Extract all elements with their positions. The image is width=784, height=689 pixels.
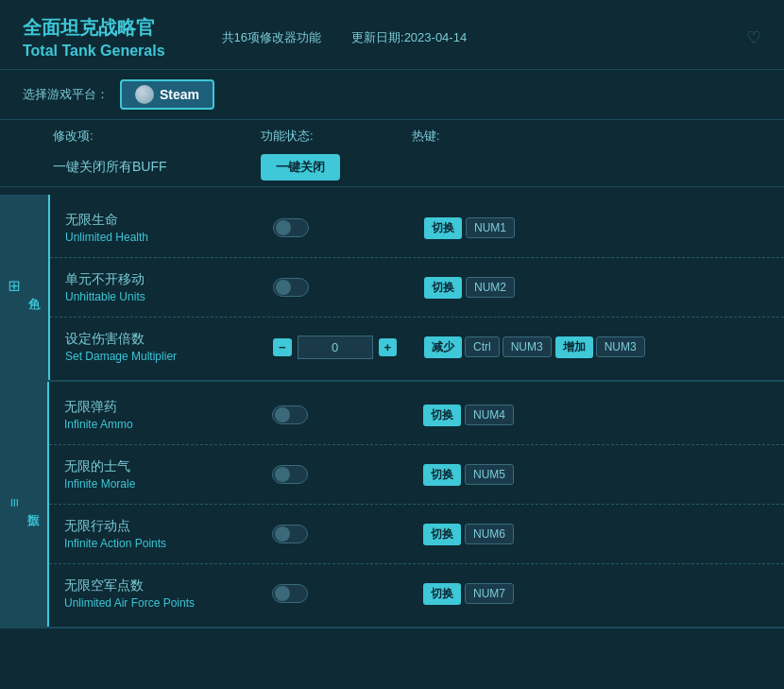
mod-name-set-damage-multiplier: 设定伤害倍数Set Damage Multiplier — [65, 331, 273, 363]
mod-toggle-area-unlimited-health — [273, 218, 424, 237]
mod-hotkey-area-infinite-ammo: 切换NUM4 — [423, 405, 761, 426]
mod-name-en-unhittable-units: Unhittable Units — [65, 290, 273, 303]
hotkey-switch-infinite-ammo[interactable]: 切换 — [423, 405, 461, 426]
toggle-infinite-morale[interactable] — [272, 465, 308, 484]
mod-row-set-damage-multiplier: 设定伤害倍数Set Damage Multiplier−+减少CtrlNUM3增… — [50, 321, 784, 372]
mod-name-cn-unhittable-units: 单元不开移动 — [65, 271, 273, 288]
hotkey-key-num4-infinite-ammo[interactable]: NUM4 — [465, 405, 514, 425]
damage-input-set-damage-multiplier[interactable] — [298, 336, 373, 359]
mod-row-unhittable-units: 单元不开移动Unhittable Units切换NUM2 — [50, 262, 784, 313]
hotkey-key-num6-infinite-action-points[interactable]: NUM6 — [465, 524, 514, 544]
mod-name-infinite-ammo: 无限弹药Infinite Ammo — [64, 399, 272, 431]
mod-toggle-area-infinite-action-points — [272, 525, 423, 543]
mod-name-cn-set-damage-multiplier: 设定伤害倍数 — [65, 331, 273, 348]
hotkey-dec-group-set-damage-multiplier: 减少CtrlNUM3 — [424, 336, 552, 358]
hotkey-switch-unlimited-health[interactable]: 切换 — [424, 217, 462, 239]
mod-toggle-area-infinite-ammo — [272, 405, 423, 424]
hotkey-switch-unlimited-air-force-points[interactable]: 切换 — [423, 583, 461, 605]
one-click-label: 一键关闭所有BUFF — [53, 159, 261, 176]
app-header: 全面坦克战略官 Total Tank Generals 共16项修改器功能 更新… — [0, 0, 784, 70]
header-meta: 共16项修改器功能 更新日期:2023-04-14 — [222, 29, 468, 46]
hotkey-key-num3-inc-set-damage-multiplier[interactable]: NUM3 — [596, 336, 645, 357]
toggle-knob-infinite-action-points — [275, 526, 290, 542]
mod-toggle-area-unhittable-units — [273, 278, 424, 297]
hotkey-inc-label-set-damage-multiplier[interactable]: 增加 — [555, 336, 593, 358]
mod-name-en-infinite-action-points: Infinite Action Points — [64, 537, 272, 550]
hotkey-key-num2-unhittable-units[interactable]: NUM2 — [466, 277, 515, 298]
hotkey-switch-unhittable-units[interactable]: 切换 — [424, 277, 462, 299]
mod-name-infinite-morale: 无限的士气Infinite Morale — [64, 458, 272, 491]
mod-name-cn-unlimited-air-force-points: 无限空军点数 — [64, 577, 272, 594]
toggle-knob-infinite-ammo — [275, 407, 290, 422]
toggle-infinite-ammo[interactable] — [272, 405, 308, 424]
damage-input-area-set-damage-multiplier: −+ — [273, 336, 397, 359]
meta-update: 更新日期:2023-04-14 — [351, 29, 467, 46]
mod-name-unlimited-air-force-points: 无限空军点数Unlimited Air Force Points — [64, 577, 272, 610]
col-header-name: 修改项: — [53, 128, 261, 145]
mod-row-infinite-action-points: 无限行动点Infinite Action Points切换NUM6 — [49, 508, 784, 560]
title-cn: 全面坦克战略官 — [23, 15, 165, 41]
hotkey-switch-infinite-morale[interactable]: 切换 — [423, 464, 461, 486]
toggle-knob-unlimited-health — [276, 220, 291, 235]
plus-btn-set-damage-multiplier[interactable]: + — [379, 338, 398, 356]
section-role-content: 无限生命Unlimited Health切换NUM1单元不开移动Unhittab… — [50, 195, 784, 380]
section-divider — [49, 504, 784, 505]
tab-role[interactable]: ⊞角色 — [0, 195, 50, 380]
mod-toggle-area-unlimited-air-force-points — [272, 584, 423, 603]
tab-data[interactable]: ≡数据 — [0, 382, 49, 627]
mod-toggle-area-set-damage-multiplier: −+ — [273, 336, 424, 359]
mod-name-cn-infinite-ammo: 无限弹药 — [64, 399, 272, 416]
mod-name-cn-unlimited-health: 无限生命 — [65, 212, 273, 229]
mod-toggle-area-infinite-morale — [272, 465, 423, 484]
mod-name-en-infinite-ammo: Infinite Ammo — [64, 418, 272, 431]
toggle-unlimited-air-force-points[interactable] — [272, 584, 308, 603]
title-en: Total Tank Generals — [23, 43, 165, 60]
mod-row-infinite-morale: 无限的士气Infinite Morale切换NUM5 — [49, 449, 784, 500]
mod-hotkey-area-unhittable-units: 切换NUM2 — [424, 277, 761, 299]
mod-row-unlimited-health: 无限生命Unlimited Health切换NUM1 — [50, 202, 784, 253]
mod-row-infinite-ammo: 无限弹药Infinite Ammo切换NUM4 — [49, 389, 784, 440]
title-block: 全面坦克战略官 Total Tank Generals — [23, 15, 165, 60]
col-header-hotkey: 热键: — [412, 128, 761, 145]
tab-role-icon: ⊞ — [6, 280, 24, 292]
mod-name-en-set-damage-multiplier: Set Damage Multiplier — [65, 350, 273, 363]
mod-name-en-unlimited-air-force-points: Unlimited Air Force Points — [64, 596, 272, 610]
mod-hotkey-area-set-damage-multiplier: 减少CtrlNUM3增加NUM3 — [424, 336, 761, 358]
hotkey-dec-label-set-damage-multiplier[interactable]: 减少 — [424, 336, 462, 358]
hotkey-key-num1-unlimited-health[interactable]: NUM1 — [466, 217, 515, 238]
steam-label: Steam — [160, 87, 199, 102]
section-data: ≡数据无限弹药Infinite Ammo切换NUM4无限的士气Infinite … — [0, 382, 784, 627]
favorite-icon[interactable]: ♡ — [746, 27, 761, 48]
mod-name-unlimited-health: 无限生命Unlimited Health — [65, 212, 273, 244]
platform-label: 选择游戏平台： — [23, 86, 109, 103]
steam-logo-icon — [135, 85, 154, 104]
hotkey-key-num5-infinite-morale[interactable]: NUM5 — [465, 464, 514, 485]
mod-hotkey-area-infinite-morale: 切换NUM5 — [423, 464, 761, 486]
steam-button[interactable]: Steam — [120, 79, 214, 110]
mod-hotkey-area-unlimited-health: 切换NUM1 — [424, 217, 761, 239]
mod-name-en-unlimited-health: Unlimited Health — [65, 231, 273, 244]
platform-row: 选择游戏平台： Steam — [0, 70, 784, 120]
toggle-unlimited-health[interactable] — [273, 218, 309, 237]
section-divider — [50, 317, 784, 318]
toggle-knob-unhittable-units — [276, 280, 291, 295]
hotkey-switch-infinite-action-points[interactable]: 切换 — [423, 524, 461, 545]
mod-hotkey-area-infinite-action-points: 切换NUM6 — [423, 524, 761, 545]
one-click-button[interactable]: 一键关闭 — [261, 154, 340, 181]
hotkey-key-num3-dec-set-damage-multiplier[interactable]: NUM3 — [503, 336, 552, 357]
hotkey-key-num7-unlimited-air-force-points[interactable]: NUM7 — [465, 583, 514, 604]
main-section-divider — [0, 627, 784, 629]
minus-btn-set-damage-multiplier[interactable]: − — [273, 338, 292, 356]
toggle-unhittable-units[interactable] — [273, 278, 309, 297]
mod-hotkey-area-unlimited-air-force-points: 切换NUM7 — [423, 583, 761, 605]
hotkey-inc-group-set-damage-multiplier: 增加NUM3 — [555, 336, 645, 358]
toggle-knob-infinite-morale — [275, 467, 290, 482]
hotkey-key-ctrl-dec-set-damage-multiplier[interactable]: Ctrl — [465, 336, 500, 357]
meta-count: 共16项修改器功能 — [222, 29, 321, 46]
section-divider — [50, 257, 784, 258]
toggle-infinite-action-points[interactable] — [272, 525, 308, 543]
toggle-knob-unlimited-air-force-points — [275, 586, 290, 601]
table-header: 修改项: 功能状态: 热键: — [0, 120, 784, 148]
mod-name-infinite-action-points: 无限行动点Infinite Action Points — [64, 518, 272, 550]
mod-name-en-infinite-morale: Infinite Morale — [64, 477, 272, 491]
